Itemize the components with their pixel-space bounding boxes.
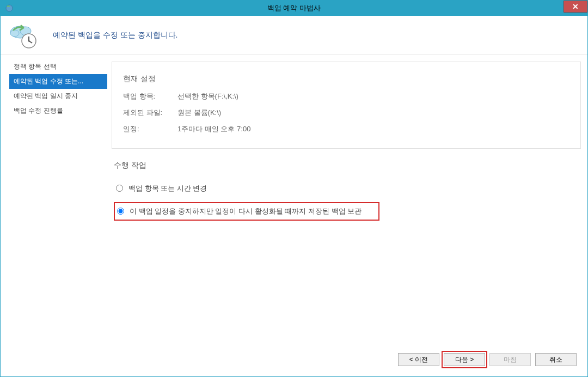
back-button[interactable]: < 이전 — [398, 353, 439, 366]
sidebar-item-pause-backup[interactable]: 예약된 백업 일시 중지 — [9, 89, 107, 104]
window-title: 백업 예약 마법사 — [267, 3, 321, 13]
action-title: 수행 작업 — [114, 161, 581, 171]
header-cloud-clock-icon — [7, 20, 38, 51]
footer: < 이전 다음 > 마침 취소 — [1, 343, 587, 376]
svg-point-2 — [10, 30, 19, 37]
settings-row-schedule: 일정: 1주마다 매일 오후 7:00 — [123, 121, 569, 137]
radio-option-stop-keep[interactable]: 이 백업 일정을 중지하지만 일정이 다시 활성화될 때까지 저장된 백업 보관 — [114, 202, 379, 221]
header: 예약된 백업을 수정 또는 중지합니다. — [1, 16, 587, 55]
action-section: 수행 작업 백업 항목 또는 시간 변경 이 백업 일정을 중지하지만 일정이 … — [112, 161, 581, 221]
cancel-button[interactable]: 취소 — [535, 353, 577, 366]
page-title: 예약된 백업을 수정 또는 중지합니다. — [53, 31, 177, 40]
close-button[interactable]: ✕ — [564, 1, 587, 13]
finish-button: 마침 — [489, 353, 531, 366]
radio-input-change[interactable] — [116, 185, 123, 192]
settings-value: 선택한 항목(F:\,K:\) — [177, 88, 238, 105]
radio-label: 백업 항목 또는 시간 변경 — [128, 184, 207, 193]
current-settings-box: 현재 설정 백업 항목: 선택한 항목(F:\,K:\) 제외된 파일: 원본 … — [112, 62, 581, 149]
settings-label: 백업 항목: — [123, 88, 177, 105]
body: 정책 항목 선택 예약된 백업 수정 또는... 예약된 백업 일시 중지 백업… — [1, 55, 587, 343]
content-area: 예약된 백업을 수정 또는 중지합니다. 정책 항목 선택 예약된 백업 수정 … — [1, 16, 587, 376]
sidebar-item-policy-select[interactable]: 정책 항목 선택 — [9, 59, 107, 74]
settings-row-excluded-files: 제외된 파일: 원본 볼륨(K:\) — [123, 105, 569, 121]
settings-value: 1주마다 매일 오후 7:00 — [177, 121, 250, 137]
main-panel: 현재 설정 백업 항목: 선택한 항목(F:\,K:\) 제외된 파일: 원본 … — [107, 55, 587, 343]
next-button[interactable]: 다음 > — [444, 353, 485, 366]
radio-label: 이 백업 일정을 중지하지만 일정이 다시 활성화될 때까지 저장된 백업 보관 — [130, 206, 362, 216]
sidebar-item-progress[interactable]: 백업 수정 진행률 — [9, 104, 107, 118]
wizard-window: 백업 예약 마법사 ✕ 예약된 백업을 수정 또는 중지합니다. — [0, 0, 588, 377]
current-settings-title: 현재 설정 — [123, 70, 569, 87]
sidebar-item-modify-or-stop[interactable]: 예약된 백업 수정 또는... — [9, 74, 107, 89]
radio-option-change-items[interactable]: 백업 항목 또는 시간 변경 — [114, 180, 581, 197]
settings-value: 원본 볼륨(K:\) — [177, 105, 221, 121]
settings-label: 제외된 파일: — [123, 105, 177, 121]
settings-row-backup-items: 백업 항목: 선택한 항목(F:\,K:\) — [123, 88, 569, 105]
settings-label: 일정: — [123, 121, 177, 137]
radio-input-stop[interactable] — [117, 208, 124, 215]
app-icon — [5, 4, 14, 13]
close-icon: ✕ — [572, 2, 579, 11]
svg-point-7 — [28, 40, 30, 41]
titlebar: 백업 예약 마법사 ✕ — [1, 1, 587, 16]
sidebar: 정책 항목 선택 예약된 백업 수정 또는... 예약된 백업 일시 중지 백업… — [1, 55, 107, 343]
